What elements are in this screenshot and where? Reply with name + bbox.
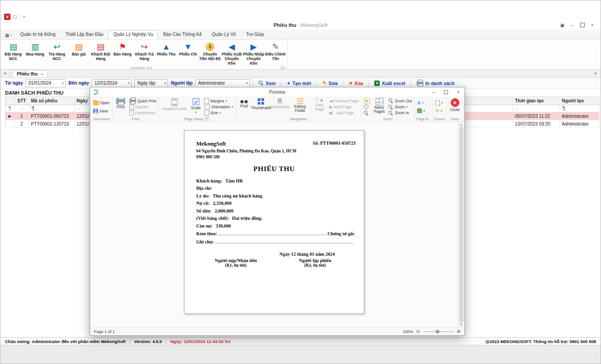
zoom-in-button[interactable]: Zoom In (387, 110, 413, 116)
tab-close-icon[interactable]: × (41, 72, 43, 76)
filter-creator-cell[interactable] (560, 105, 599, 112)
export-excel-button[interactable]: Xuất excel (372, 81, 408, 86)
menu-tab-bao-cao-thong-ke[interactable]: Báo Cáo Thống Kê (158, 30, 207, 39)
zoom-out-icon[interactable]: ⊖ (416, 329, 420, 334)
margins-button[interactable]: Margins ▾ (204, 98, 234, 104)
filter-code-cell[interactable] (29, 105, 75, 112)
pointer-tool-button[interactable] (363, 98, 371, 104)
ribbon-item-phieu-xuat-chuyen-kho[interactable]: ◀ Phiếu Xuất Chuyển Kho (221, 40, 243, 66)
edit-button[interactable]: ✎ Sửa (320, 81, 341, 86)
zoom-out-button[interactable]: Zoom Out (387, 98, 413, 104)
header-thoi-gian-tao[interactable]: Thời gian tạo (513, 97, 560, 105)
preview-scrollbar[interactable]: ▲ ▼ (458, 122, 464, 327)
menu-tab-tro-giup[interactable]: Trợ Giúp (241, 30, 269, 39)
header-stt[interactable]: STT (15, 97, 29, 105)
chevron-down-icon: ▾ (128, 81, 130, 85)
tabstrip-close-left-icon[interactable]: × (0, 70, 10, 77)
page-setup-launcher-icon[interactable]: ▾ (204, 116, 209, 121)
previous-page-button[interactable]: ◀ Previous Page (329, 98, 360, 104)
preview-maximize-icon[interactable] (440, 87, 452, 97)
menu-tab-thiet-lap-ban-dau[interactable]: Thiết Lập Ban Đầu (61, 30, 108, 39)
create-new-button[interactable]: + Tạo mới (284, 80, 314, 86)
scale-button[interactable]: Scale ▾ (189, 98, 203, 116)
ribbon-item-tra-hang-ncc[interactable]: ↩ Trả Hàng NCC (46, 40, 68, 66)
zoom-slider[interactable] (423, 331, 454, 332)
delete-x-icon: × (349, 81, 352, 86)
menu-tab-quan-ly-nghiep-vu[interactable]: Quản Lý Nghiệp Vụ (108, 30, 158, 39)
to-date-input[interactable]: 12/01/2024 ▾ (92, 79, 132, 87)
qat-dropdown-icon[interactable]: ▾ (23, 15, 25, 19)
toolbar-separator (368, 80, 369, 86)
send-email-button[interactable]: ✉ ▾ (434, 108, 443, 114)
preview-close-icon[interactable]: × (452, 87, 464, 97)
size-button[interactable]: Size ▾ (204, 110, 234, 116)
first-page-button[interactable]: ▏◀ First Page (311, 98, 328, 116)
filter-indicator-cell[interactable] (5, 105, 15, 112)
scroll-down-icon[interactable]: ▼ (460, 323, 463, 326)
header-footer-button[interactable]: Header/Footer (160, 98, 188, 116)
app-logo-icon[interactable]: V (4, 14, 10, 20)
ribbon-item-dat-hang-ncc[interactable]: ▤ Đặt Hàng NCC (2, 40, 24, 66)
options-button[interactable]: Options (128, 104, 158, 110)
ribbon-item-bao-gia[interactable]: ▤ Báo giá (68, 40, 90, 66)
preview-titlebar[interactable]: Preview – × (90, 87, 464, 97)
menu-tab-quan-ly-vo[interactable]: Quản Lý Vỏ (207, 30, 241, 39)
fullscreen-icon[interactable]: ▣ (558, 21, 567, 29)
editing-fields-button[interactable]: Editing Fields (290, 98, 311, 116)
creator-select[interactable]: Administrator ▾ (195, 79, 250, 87)
find-button[interactable]: Find (237, 98, 251, 116)
filter-created-cell[interactable]: — (513, 105, 560, 112)
view-button[interactable]: Xem (256, 81, 278, 86)
print-list-button[interactable]: In danh sách (414, 81, 457, 86)
qat-circle-icon[interactable] (13, 15, 17, 19)
print-button[interactable]: Print (114, 98, 127, 116)
open-button[interactable]: Open (92, 100, 111, 106)
group-label-navigation: Navigation (237, 116, 360, 121)
parameters-button[interactable]: Parameters (128, 110, 158, 116)
menu-grid-icon[interactable]: ▦▾ (3, 31, 15, 39)
header-nguoi-tao[interactable]: Người tạo (560, 97, 599, 105)
ribbon-item-mua-hang[interactable]: ▥ Mua Hàng (24, 40, 46, 66)
page-color-button[interactable]: ▾ (416, 108, 426, 114)
maximize-icon[interactable] (578, 21, 587, 29)
quick-print-button[interactable]: Quick Print (128, 98, 158, 104)
export-document-button[interactable]: ▾ (434, 100, 443, 106)
preview-minimize-icon[interactable]: – (428, 87, 440, 97)
magnifier-tool-button[interactable] (363, 110, 371, 116)
ribbon-item-phieu-nhap-chuyen-kho[interactable]: ▶ Phiếu Nhập Chuyển Kho (243, 40, 265, 66)
tab-phieu-thu[interactable]: Phiếu thu × (12, 70, 48, 77)
ribbon-item-chuyen-tien-noi-bo[interactable]: Chuyển Tiền Nội Bộ (199, 40, 221, 66)
next-page-button[interactable]: ▶ Next Page (329, 104, 360, 110)
hand-tool-button[interactable] (363, 104, 371, 110)
ribbon-item-phieu-chi[interactable]: ▼ Phiếu Chi (177, 40, 199, 66)
scrollbar-thumb[interactable] (459, 127, 463, 322)
zoom-button[interactable]: Zoom ▾ (387, 104, 413, 110)
zoom-slider-thumb[interactable] (436, 330, 439, 334)
close-preview-button[interactable]: Close (448, 98, 462, 116)
ribbon-item-khach-dat-hang[interactable]: ▤ Khách Đặt Hàng (90, 40, 112, 66)
last-page-button[interactable]: ▶▏ Last Page (329, 110, 360, 116)
menu-tab-quan-tri-he-thong[interactable]: Quản trị hệ thống (15, 30, 60, 39)
header-ma-so-phieu[interactable]: Mã số phiếu (29, 97, 75, 105)
ribbon-item-khach-tra-hang[interactable]: ↪ Khách Trả Hàng (133, 40, 155, 66)
save-button[interactable]: Save (92, 108, 111, 114)
delete-button[interactable]: × Xóa (346, 81, 366, 86)
watermark-button[interactable]: ▾ (416, 100, 426, 106)
date-type-select[interactable]: Ngày lập ▾ (134, 79, 168, 87)
thumbnails-button[interactable]: Thumbnails (252, 98, 270, 116)
minimize-icon[interactable]: – (568, 21, 577, 29)
toolbar-separator (316, 80, 317, 86)
tabstrip-close-right-icon[interactable]: × (591, 70, 601, 77)
ribbon-item-dieu-chinh-ton[interactable]: ✎ Điều Chỉnh Tồn (265, 40, 286, 66)
ribbon-item-ban-hang[interactable]: ⚑ Bán Hàng (112, 40, 133, 66)
ribbon-item-phieu-thu[interactable]: ▲ Phiếu Thu (155, 40, 177, 66)
orientation-button[interactable]: Orientation ▾ (204, 104, 234, 110)
many-pages-button[interactable]: Many Pages (372, 98, 387, 116)
from-date-input[interactable]: 01/01/2024 ▾ (25, 79, 66, 87)
bookmarks-button[interactable]: Bookmarks (271, 98, 289, 116)
header-footer-icon (171, 98, 178, 106)
filter-stt-cell[interactable]: — (15, 105, 29, 112)
close-icon[interactable]: × (588, 21, 597, 29)
zoom-in-icon[interactable]: ⊕ (457, 329, 461, 334)
scroll-up-icon[interactable]: ▲ (460, 123, 463, 126)
